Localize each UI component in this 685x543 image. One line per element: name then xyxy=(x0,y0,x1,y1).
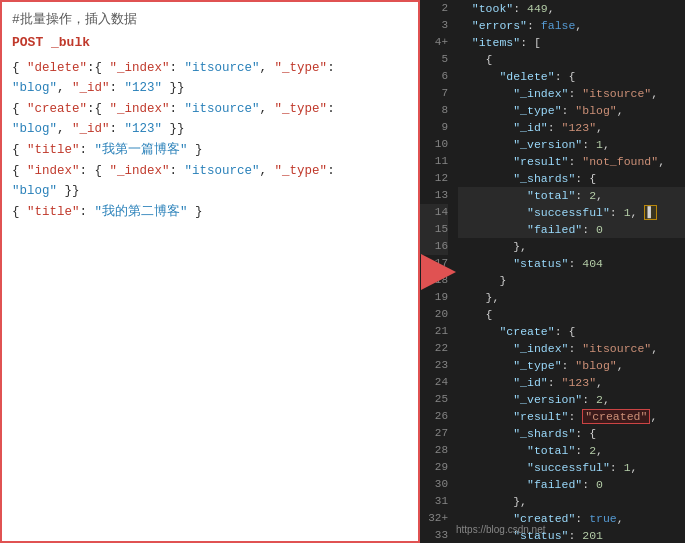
row-5: { xyxy=(458,51,685,68)
row-19: }, xyxy=(458,289,685,306)
row-14: "successful": 1, ▌ xyxy=(458,204,685,221)
row-28: "total": 2, xyxy=(458,442,685,459)
ln-16: 16 xyxy=(420,238,448,255)
row-31: }, xyxy=(458,493,685,510)
row-30: "failed": 0 xyxy=(458,476,685,493)
ln-6: 6 xyxy=(420,68,448,85)
arrow-right-icon xyxy=(421,254,456,290)
ln-26: 26 xyxy=(420,408,448,425)
ln-28: 28 xyxy=(420,442,448,459)
ln-7: 7 xyxy=(420,85,448,102)
row-16: }, xyxy=(458,238,685,255)
arrow-indicator xyxy=(421,254,456,290)
watermark: https://blog.csdn.net xyxy=(456,524,546,535)
row-8: "_type": "blog", xyxy=(458,102,685,119)
ln-10: 10 xyxy=(420,136,448,153)
code-line-4: "blog", "_id": "123" }} xyxy=(12,119,408,140)
ln-22: 22 xyxy=(420,340,448,357)
row-22: "_index": "itsource", xyxy=(458,340,685,357)
code-content: "took": 449, "errors": false, "items": [… xyxy=(454,0,685,543)
code-line-1: { "delete":{ "_index": "itsource", "_typ… xyxy=(12,58,408,79)
row-12: "_shards": { xyxy=(458,170,685,187)
ln-24: 24 xyxy=(420,374,448,391)
row-6: "delete": { xyxy=(458,68,685,85)
ln-25: 25 xyxy=(420,391,448,408)
ln-23: 23 xyxy=(420,357,448,374)
ln-13: 13 xyxy=(420,187,448,204)
code-line-7: "blog" }} xyxy=(12,181,408,202)
row-7: "_index": "itsource", xyxy=(458,85,685,102)
ln-11: 11 xyxy=(420,153,448,170)
ln-8: 8 xyxy=(420,102,448,119)
row-24: "_id": "123", xyxy=(458,374,685,391)
row-4: "items": [ xyxy=(458,34,685,51)
code-line-8: { "title": "我的第二博客" } xyxy=(12,202,408,223)
ln-15: 15 xyxy=(420,221,448,238)
left-code-block: #批量操作，插入数据 POST _bulk { "delete":{ "_ind… xyxy=(2,2,418,231)
row-23: "_type": "blog", xyxy=(458,357,685,374)
row-29: "successful": 1, xyxy=(458,459,685,476)
ln-3: 3 xyxy=(420,17,448,34)
row-25: "_version": 2, xyxy=(458,391,685,408)
left-panel: #批量操作，插入数据 POST _bulk { "delete":{ "_ind… xyxy=(0,0,420,543)
row-20: { xyxy=(458,306,685,323)
code-line-2: "blog", "_id": "123" }} xyxy=(12,78,408,99)
row-2: "took": 449, xyxy=(458,0,685,17)
row-10: "_version": 1, xyxy=(458,136,685,153)
ln-33: 33 xyxy=(420,527,448,543)
code-line-3: { "create":{ "_index": "itsource", "_typ… xyxy=(12,99,408,120)
row-13: "total": 2, xyxy=(458,187,685,204)
ln-19: 19 xyxy=(420,289,448,306)
row-3: "errors": false, xyxy=(458,17,685,34)
ln-31: 31 xyxy=(420,493,448,510)
ln-21: 21 xyxy=(420,323,448,340)
ln-20: 20 xyxy=(420,306,448,323)
row-11: "result": "not_found", xyxy=(458,153,685,170)
post-method-line: POST _bulk xyxy=(12,33,408,54)
comment-line: #批量操作，插入数据 xyxy=(12,10,408,31)
row-26: "result": "created", xyxy=(458,408,685,425)
row-21: "create": { xyxy=(458,323,685,340)
right-panel: 2 3 4+ 5 6 7 8 9 10 11 12 13 14 15 16 17… xyxy=(420,0,685,543)
row-18: } xyxy=(458,272,685,289)
row-15: "failed": 0 xyxy=(458,221,685,238)
ln-12: 12 xyxy=(420,170,448,187)
ln-30: 30 xyxy=(420,476,448,493)
ln-14: 14 xyxy=(420,204,448,221)
code-line-5: { "title": "我第一篇博客" } xyxy=(12,140,408,161)
ln-29: 29 xyxy=(420,459,448,476)
row-9: "_id": "123", xyxy=(458,119,685,136)
ln-5: 5 xyxy=(420,51,448,68)
ln-27: 27 xyxy=(420,425,448,442)
code-line-6: { "index": { "_index": "itsource", "_typ… xyxy=(12,161,408,182)
ln-2: 2 xyxy=(420,0,448,17)
ln-32: 32+ xyxy=(420,510,448,527)
ln-9: 9 xyxy=(420,119,448,136)
ln-4: 4+ xyxy=(420,34,448,51)
row-27: "_shards": { xyxy=(458,425,685,442)
row-17: "status": 404 xyxy=(458,255,685,272)
